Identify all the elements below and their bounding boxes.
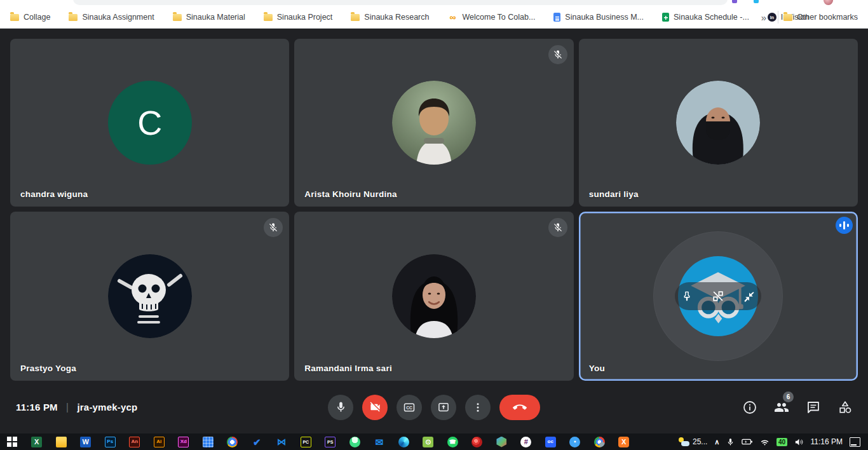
muted-mic-badge [264,218,283,237]
meeting-details-button[interactable] [742,400,757,415]
bookmark-label: Welcome To Colab... [462,13,535,22]
taskbar-app-icon[interactable]: Ps [98,433,123,450]
browser-profile-avatar[interactable] [824,0,833,5]
wifi-icon [760,437,770,447]
mic-off-icon [268,222,278,233]
camera-off-button[interactable] [362,395,388,420]
taskbar-apps: X W Ps An Ai Xd [0,433,636,450]
volume-level-badge[interactable]: 40 [776,438,787,446]
taskbar-app-icon[interactable] [465,433,490,450]
participant-name: chandra wiguna [20,189,88,199]
taskbar-app-icon[interactable]: W [74,433,98,450]
xampp: X [618,437,629,447]
avatar-initial-letter: C [137,103,162,142]
taskbar-app-icon[interactable] [391,433,416,450]
bookmark-item[interactable]: Sinauka Material [173,13,245,22]
participant-tile[interactable]: C chandra wiguna [10,39,289,207]
bookmark-item[interactable]: Sinauka Schedule -... [662,13,749,22]
weather-icon [678,437,689,446]
bookmark-icon [264,14,273,21]
bookmark-item[interactable]: Sinauka Assignment [69,13,154,22]
tray-battery[interactable] [742,438,753,446]
chat-button[interactable] [806,400,821,415]
meet-control-bar: 11:16 PM | jra-ymek-ycp CC 6 [0,381,868,433]
leave-call-button[interactable] [499,395,540,420]
taskbar-app-icon[interactable] [587,433,612,450]
bookmark-item[interactable]: Sinauka Business M... [553,13,644,22]
oc-app: oc [545,437,556,447]
taskbar-app-icon[interactable] [49,433,74,450]
tray-microphone[interactable] [726,438,735,446]
present-button[interactable] [431,395,456,420]
pin-icon[interactable] [681,290,693,303]
participant-tile[interactable]: Ramandani Irma sari [294,212,573,381]
other-bookmarks-button[interactable]: Other bookmarks [783,13,868,22]
taskbar-app-icon[interactable]: # [514,433,539,450]
bookmark-item[interactable]: Collage [10,13,50,22]
weather-temp: 25... [693,437,707,446]
taskbar-app-icon[interactable]: An [123,433,147,450]
photoshop: Ps [105,437,116,447]
participants-button[interactable]: 6 [774,400,789,415]
taskbar-app-icon[interactable]: ⋈ [269,433,294,450]
bookmark-label: Collage [24,13,50,22]
bookmark-item[interactable]: Sinauka Project [264,13,333,22]
participant-tile[interactable]: Prastyo Yoga [10,212,289,381]
meeting-info: 11:16 PM | jra-ymek-ycp [16,401,137,414]
bookmarks-overflow-chevron[interactable]: » [755,12,773,23]
taskbar-app-icon[interactable]: PC [294,433,318,450]
taskbar-app-icon[interactable] [489,433,514,450]
omnibox-cutoff[interactable] [73,0,728,5]
taskbar-app-icon[interactable] [342,433,367,450]
microphone-button[interactable] [328,395,353,420]
meeting-code: jra-ymek-ycp [77,402,137,412]
minimize-tile-icon[interactable] [743,290,756,303]
taskbar-app-icon[interactable]: Ai [147,433,172,450]
tray-wifi[interactable] [760,437,770,447]
taskbar-app-icon[interactable] [196,433,220,450]
captions-button[interactable]: CC [397,395,422,420]
taskbar-app-icon[interactable]: ▪ [563,433,588,450]
weather-tray-item[interactable]: 25... [678,437,707,446]
activities-shapes-icon [837,400,853,415]
extension-icon[interactable] [754,0,759,3]
extension-icon[interactable] [732,0,737,3]
taskbar-app-icon[interactable]: ✔ [245,433,269,450]
taskbar-app-icon[interactable]: oc [538,433,563,450]
tray-overflow-chevron[interactable]: ∧ [714,438,719,446]
avatar-photo [392,81,476,165]
participant-tile[interactable]: sundari liya [579,39,858,207]
taskbar-app-icon[interactable]: X [612,433,637,450]
visual-studio: ⋈ [276,437,287,447]
taskbar-app-icon[interactable]: ✉ [367,433,392,450]
taskbar-app-icon[interactable]: ⊙ [416,433,441,450]
taskbar-clock[interactable]: 11:16 PM [811,437,843,446]
phpstorm: PS [325,437,336,447]
bookmark-item[interactable]: Sinauka Research [351,13,429,22]
participant-name: Arista Khoiru Nurdina [304,189,397,199]
action-center-button[interactable] [850,437,860,447]
adobe-xd: Xd [178,437,189,447]
taskbar-app-icon[interactable]: ☎ [440,433,465,450]
taskbar-app-icon[interactable]: Xd [172,433,196,450]
bookmarks-bar: Collage Sinauka Assignment Sinauka Mater… [0,6,868,28]
bookmark-label: Sinauka Research [364,13,429,22]
participant-tile-you[interactable]: You [579,212,858,381]
activities-button[interactable] [837,400,853,415]
other-bookmarks-label: Other bookmarks [797,13,858,22]
remove-tile-icon[interactable] [711,289,725,303]
pycharm: PC [301,437,311,447]
system-tray: 25... ∧ 40 11:16 PM [678,433,868,450]
taskbar-app-icon[interactable]: PS [318,433,343,450]
taskbar-app-icon[interactable] [0,433,25,450]
taskbar-app-icon[interactable] [220,433,245,450]
taskbar-app-icon[interactable]: X [25,433,50,450]
avatar-photo [108,254,192,338]
more-options-button[interactable] [465,395,491,420]
action-center-icon [850,437,860,447]
bookmark-item[interactable]: ∞ Welcome To Colab... [447,12,535,22]
android-emulator [349,437,360,447]
participant-tile[interactable]: Arista Khoiru Nurdina [294,39,573,207]
tray-speaker[interactable] [794,437,804,447]
mic-in-use-icon [726,438,735,446]
